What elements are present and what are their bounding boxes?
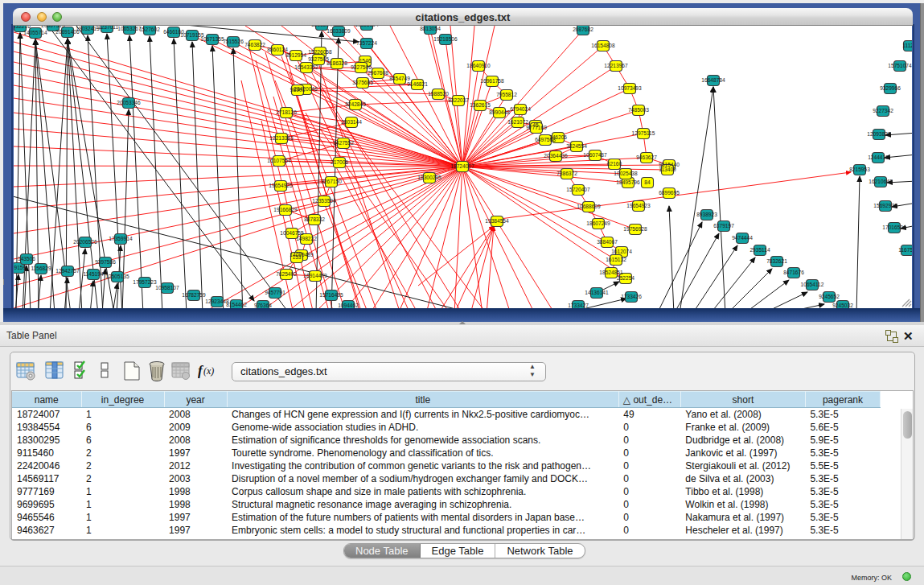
svg-text:16154808: 16154808	[591, 43, 615, 48]
svg-text:10654112: 10654112	[801, 282, 824, 287]
svg-text:746206: 746206	[549, 134, 567, 140]
svg-text:7515526: 7515526	[223, 39, 244, 44]
svg-text:12213363: 12213363	[269, 135, 294, 141]
svg-text:8154462: 8154462	[226, 302, 247, 307]
svg-text:7955812: 7955812	[496, 92, 517, 97]
svg-text:8322037: 8322037	[448, 97, 469, 103]
svg-text:1615132: 1615132	[606, 257, 626, 262]
svg-text:16914479: 16914479	[303, 273, 327, 278]
svg-text:20206526: 20206526	[73, 239, 97, 245]
svg-text:252254: 252254	[617, 275, 634, 281]
svg-text:84: 84	[644, 179, 651, 185]
svg-text:1621072: 1621072	[507, 119, 528, 125]
svg-text:16782759: 16782759	[182, 292, 206, 298]
svg-text:12213967: 12213967	[604, 63, 628, 68]
svg-text:8471676: 8471676	[783, 270, 804, 275]
svg-text:3884067: 3884067	[597, 239, 618, 245]
svg-text:9327506: 9327506	[351, 64, 372, 70]
svg-text:18300295: 18300295	[417, 175, 441, 180]
svg-text:217006: 217006	[331, 159, 348, 165]
svg-text:12942757: 12942757	[55, 268, 80, 274]
svg-text:2935114: 2935114	[749, 247, 770, 253]
svg-text:3375685: 3375685	[352, 80, 373, 85]
svg-text:6899695: 6899695	[659, 190, 680, 196]
svg-text:(x): (x)	[203, 365, 214, 377]
svg-text:16033809: 16033809	[326, 28, 351, 34]
svg-text:12975115: 12975115	[632, 130, 655, 136]
svg-text:18724007: 18724007	[450, 163, 474, 169]
svg-text:16210643: 16210643	[869, 179, 893, 184]
svg-text:1156829: 1156829	[31, 266, 51, 271]
svg-text:19654923: 19654923	[626, 203, 651, 208]
svg-text:15720407: 15720407	[566, 187, 590, 192]
svg-text:9397586: 9397586	[95, 259, 116, 265]
svg-text:20053346: 20053346	[117, 100, 141, 105]
svg-text:9245652: 9245652	[819, 294, 840, 299]
svg-text:7386372: 7386372	[556, 171, 577, 176]
svg-text:7485003: 7485003	[628, 107, 649, 113]
svg-text:1733427: 1733427	[568, 303, 589, 308]
svg-text:10025438: 10025438	[614, 171, 638, 176]
svg-text:10653267: 10653267	[117, 26, 142, 31]
svg-text:8938923: 8938923	[696, 212, 717, 217]
svg-text:62160: 62160	[607, 161, 622, 167]
svg-text:19218506: 19218506	[433, 36, 458, 42]
svg-text:11237011: 11237011	[96, 26, 119, 30]
svg-text:16961758: 16961758	[480, 78, 504, 84]
svg-text:6379197: 6379197	[713, 223, 734, 229]
svg-text:18524851: 18524851	[599, 270, 623, 275]
svg-text:9457791: 9457791	[265, 290, 285, 295]
svg-text:19654925: 19654925	[269, 183, 293, 188]
svg-text:1612074: 1612074	[611, 249, 632, 254]
svg-text:8860124: 8860124	[267, 47, 288, 52]
svg-text:9329966: 9329966	[880, 85, 901, 91]
svg-text:10046755: 10046755	[280, 230, 304, 236]
svg-text:20657315: 20657315	[41, 26, 65, 28]
svg-text:39159: 39159	[14, 265, 26, 270]
svg-text:12505135: 12505135	[105, 274, 129, 279]
svg-text:1546: 1546	[359, 58, 372, 64]
svg-text:8427552: 8427552	[333, 140, 354, 146]
svg-text:12093822: 12093822	[867, 131, 891, 137]
svg-text:976364: 976364	[254, 303, 272, 308]
svg-text:8813804: 8813804	[311, 26, 332, 27]
svg-text:98901: 98901	[290, 87, 306, 93]
svg-text:1527602: 1527602	[139, 27, 160, 32]
svg-text:1362615: 1362615	[470, 102, 491, 108]
svg-text:153: 153	[292, 254, 301, 260]
svg-text:2718126: 2718126	[276, 109, 297, 115]
svg-text:1733426: 1733426	[621, 294, 642, 299]
svg-text:2967608: 2967608	[368, 70, 388, 76]
svg-text:15692971: 15692971	[873, 203, 897, 208]
svg-text:8267150: 8267150	[321, 179, 342, 184]
svg-text:1094462: 1094462	[338, 303, 359, 308]
svg-text:15751074: 15751074	[888, 63, 912, 68]
svg-text:8454749: 8454749	[389, 76, 410, 81]
svg-text:9474444: 9474444	[732, 235, 753, 241]
svg-text:10671355: 10671355	[200, 36, 224, 42]
svg-text:8186328: 8186328	[326, 60, 347, 66]
svg-text:15226058: 15226058	[308, 49, 332, 55]
svg-text:9227342: 9227342	[873, 108, 893, 113]
svg-text:16107554: 16107554	[267, 158, 291, 163]
svg-text:9146821: 9146821	[407, 81, 428, 87]
svg-text:8990448: 8990448	[489, 109, 510, 115]
svg-text:14055714: 14055714	[23, 30, 47, 35]
svg-text:113400: 113400	[659, 167, 676, 172]
svg-text:116753: 116753	[898, 247, 912, 253]
svg-text:18640910: 18640910	[466, 63, 491, 68]
svg-text:10688609: 10688609	[577, 204, 601, 209]
svg-text:15716485: 15716485	[319, 292, 343, 298]
svg-text:6794024: 6794024	[510, 106, 531, 112]
svg-text:10958107: 10958107	[155, 285, 179, 290]
svg-text:16648784: 16648784	[701, 77, 725, 83]
svg-text:17957223: 17957223	[133, 279, 157, 285]
svg-text:7625402: 7625402	[276, 271, 297, 277]
svg-text:9242845: 9242845	[345, 101, 366, 107]
svg-text:18495796: 18495796	[616, 179, 640, 185]
svg-text:9432216: 9432216	[14, 26, 31, 29]
svg-text:1588520: 1588520	[428, 91, 449, 97]
svg-text:1244419: 1244419	[868, 154, 889, 160]
svg-text:9245032: 9245032	[832, 303, 853, 308]
svg-text:19756928: 19756928	[623, 226, 647, 232]
